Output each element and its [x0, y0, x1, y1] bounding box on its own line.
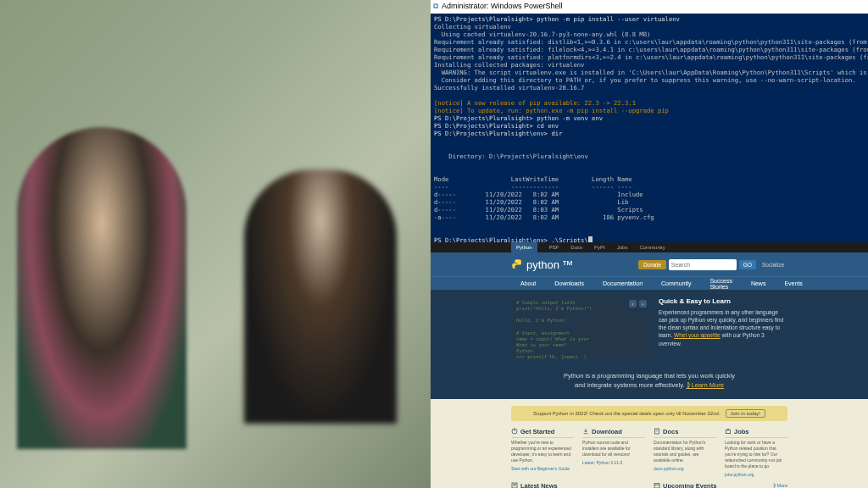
donate-button[interactable]: Donate: [638, 260, 666, 269]
nav-item-downloads[interactable]: Downloads: [545, 280, 593, 286]
topbar-item-jobs[interactable]: Jobs: [617, 245, 628, 250]
upcoming-events-card: Upcoming Events⟫ More 2022-11-28 PyJamas…: [654, 482, 787, 489]
terminal-output[interactable]: PS D:\Projects\Pluralsight> python -m pi…: [431, 14, 868, 246]
topbar-item-psf[interactable]: PSF: [549, 245, 559, 250]
hero-section: ‹ › # Simple output (withprint("Hello, I…: [431, 290, 868, 366]
info-cards-grid: Get StartedWhether you're new to program…: [431, 421, 868, 477]
calendar-icon: [654, 482, 660, 488]
nav-item-about[interactable]: About: [511, 280, 545, 286]
svg-rect-10: [654, 484, 659, 488]
topbar-item-community[interactable]: Community: [639, 245, 665, 250]
join-today-button[interactable]: Join in today!: [726, 409, 765, 418]
card-download: DownloadPython source code and installer…: [582, 428, 645, 477]
docs-icon: [654, 428, 660, 435]
topbar-item-docs[interactable]: Docs: [570, 245, 582, 250]
socialize-button[interactable]: Socialize: [759, 260, 787, 269]
nav-item-success-stories[interactable]: Success Stories: [700, 278, 741, 290]
python-main-nav: AboutDownloadsDocumentationCommunitySucc…: [431, 276, 868, 290]
card-docs: DocsDocumentation for Python's standard …: [654, 428, 716, 477]
powershell-window: ⧉ Administrator: Windows PowerShell PS D…: [431, 0, 868, 242]
python-header: python™ Donate GO Socialize: [431, 252, 868, 276]
latest-news-card: Latest News 2022-11-15 Python 3.12.0 alp…: [511, 482, 645, 489]
search-go-button[interactable]: GO: [739, 260, 756, 269]
hero-prev-button[interactable]: ‹: [629, 300, 637, 308]
topbar-item-python[interactable]: Python: [511, 242, 537, 252]
card-get-started: Get StartedWhether you're new to program…: [511, 428, 574, 477]
nav-item-community[interactable]: Community: [652, 280, 700, 286]
more-events-link[interactable]: ⟫ More: [773, 483, 787, 488]
nav-item-events[interactable]: Events: [775, 280, 811, 286]
tagline: Python is a programming language that le…: [431, 366, 868, 399]
python-topbar: PythonPSFDocsPyPIJobsCommunity: [431, 242, 868, 252]
window-titlebar[interactable]: ⧉ Administrator: Windows PowerShell: [431, 0, 868, 14]
card-sublink[interactable]: docs.python.org: [654, 466, 716, 471]
news-icon: [511, 482, 518, 488]
hero-heading: Quick & Easy to Learn: [659, 297, 787, 306]
jobs-icon: [725, 428, 732, 435]
stock-photo: [0, 0, 431, 488]
card-sublink[interactable]: Start with our Beginner's Guide: [511, 466, 574, 471]
header-actions: Donate GO Socialize: [638, 259, 787, 270]
hero-next-button[interactable]: ›: [639, 300, 647, 308]
card-sublink[interactable]: jobs.python.org: [725, 472, 787, 477]
nav-item-news[interactable]: News: [742, 280, 776, 286]
window-title: Administrator: Windows PowerShell: [442, 2, 563, 11]
python-logo[interactable]: python™: [511, 258, 573, 271]
browser-content: PythonPSFDocsPyPIJobsCommunity python™ D…: [431, 242, 868, 488]
download-icon: [582, 428, 589, 435]
hero-link[interactable]: Whet your appetite: [674, 332, 721, 338]
card-sublink[interactable]: Latest: Python 3.11.0: [582, 460, 645, 465]
hero-code-sample: ‹ › # Simple output (withprint("Hello, I…: [511, 297, 650, 359]
search-input[interactable]: [669, 259, 737, 270]
learn-more-link[interactable]: ⟫ Learn More: [687, 381, 724, 389]
power-icon: [511, 428, 518, 435]
logo-text: python: [526, 258, 559, 271]
powershell-icon: ⧉: [433, 2, 438, 11]
svg-rect-6: [726, 430, 730, 434]
news-events-grid: Latest News 2022-11-15 Python 3.12.0 alp…: [431, 477, 868, 489]
hero-text: Quick & Easy to Learn Experienced progra…: [659, 297, 787, 359]
topbar-item-pypi[interactable]: PyPI: [594, 245, 605, 250]
nav-item-documentation[interactable]: Documentation: [593, 280, 652, 286]
card-jobs: JobsLooking for work or have a Python re…: [725, 428, 787, 477]
python-icon: [511, 258, 524, 271]
svg-point-0: [515, 260, 516, 261]
support-banner: Support Python in 2022! Check out the sp…: [511, 406, 787, 421]
